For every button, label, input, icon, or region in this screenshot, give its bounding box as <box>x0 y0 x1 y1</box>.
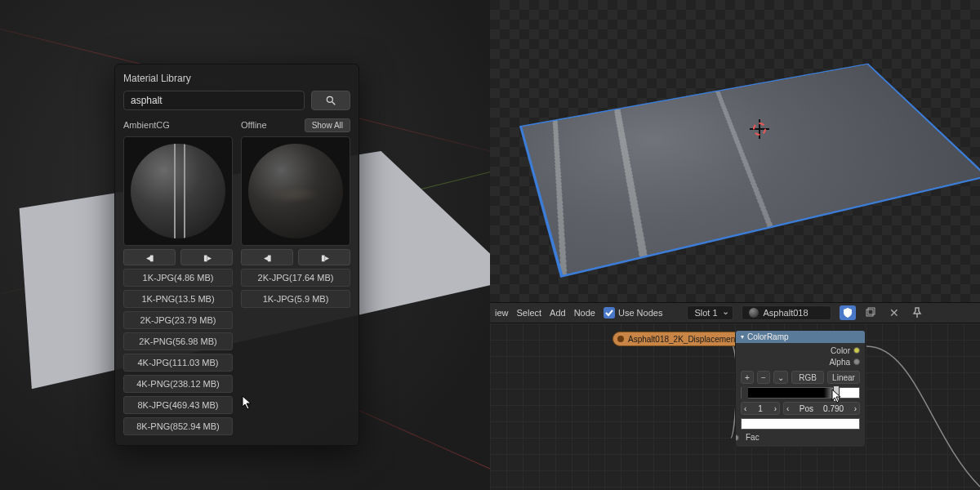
preview-prev-button[interactable]: ◂▮ <box>241 249 293 265</box>
material-name-text: Asphalt018 <box>764 308 808 318</box>
show-all-button[interactable]: Show All <box>305 118 350 132</box>
node-editor-area[interactable]: Asphalt018_2K_Displacement.jpg ColorRamp… <box>490 323 980 490</box>
svg-line-1 <box>332 102 336 105</box>
search-icon <box>325 95 336 106</box>
material-preview-sphere <box>131 144 225 238</box>
download-option[interactable]: 4K-PNG(238.12 MB) <box>123 375 233 393</box>
unlink-material-button[interactable]: ✕ <box>887 305 902 320</box>
svg-point-0 <box>327 96 332 102</box>
material-search-input[interactable] <box>123 91 305 110</box>
preview-prev-button[interactable]: ◂▮ <box>123 249 176 265</box>
download-option[interactable]: 2K-JPG(23.79 MB) <box>123 311 233 329</box>
library-column-name: Offline <box>241 120 267 130</box>
image-texture-node-label: Asphalt018_2K_Displacement.jpg <box>628 335 751 344</box>
pos-label: Pos <box>800 404 813 413</box>
library-column-ambientcg: AmbientCG ◂▮ ▮▸ 1K-JPG(4.86 MB) 1K-PNG(1… <box>123 117 233 435</box>
ramp-remove-stop-button[interactable]: − <box>757 371 770 384</box>
library-column-name: AmbientCG <box>123 120 170 130</box>
color-ramp-node[interactable]: ColorRamp Color Alpha + − ⌄ RGB Linear <box>735 330 866 448</box>
library-column-offline: Offline Show All ◂▮ ▮▸ 2K-JPG(17.64 MB) … <box>241 117 350 435</box>
color-ramp-title[interactable]: ColorRamp <box>736 331 865 343</box>
preview-next-button[interactable]: ▮▸ <box>298 249 350 265</box>
material-sphere-icon <box>749 308 759 318</box>
ramp-stop-color-swatch[interactable] <box>741 418 860 430</box>
material-library-panel: Material Library AmbientCG ◂▮ <box>114 64 359 446</box>
ramp-tools-dropdown[interactable]: ⌄ <box>773 371 788 384</box>
ramp-add-stop-button[interactable]: + <box>741 371 754 384</box>
shield-icon <box>844 308 852 318</box>
download-option[interactable]: 2K-JPG(17.64 MB) <box>241 269 350 287</box>
ramp-interpolation-dropdown[interactable]: Linear <box>827 371 860 384</box>
fake-user-shield-button[interactable] <box>840 305 856 320</box>
right-pane: iew Select Add Node Use Nodes Slot 1 Asp… <box>490 0 980 490</box>
output-alpha-socket[interactable]: Alpha <box>741 356 860 368</box>
input-fac-socket[interactable]: Fac <box>736 431 865 447</box>
output-color-label: Color <box>831 346 850 355</box>
download-list: 1K-JPG(4.86 MB) 1K-PNG(13.5 MB) 2K-JPG(2… <box>123 269 233 435</box>
download-option[interactable]: 4K-JPG(111.03 MB) <box>123 354 233 372</box>
ramp-color-mode-dropdown[interactable]: RGB <box>791 371 824 384</box>
material-slot-dropdown[interactable]: Slot 1 <box>687 305 733 320</box>
download-option[interactable]: 8K-PNG(852.94 MB) <box>123 417 233 435</box>
color-ramp-title-text: ColorRamp <box>747 332 789 341</box>
material-preview-thumb[interactable] <box>241 136 350 246</box>
download-option[interactable]: 2K-PNG(56.98 MB) <box>123 332 233 350</box>
menu-select[interactable]: Select <box>517 308 542 318</box>
pin-icon <box>912 307 922 318</box>
mouse-cursor-icon <box>242 395 253 410</box>
material-preview-sphere <box>248 144 343 238</box>
menu-view[interactable]: iew <box>495 308 509 318</box>
material-name-field[interactable]: Asphalt018 <box>742 305 831 320</box>
node-editor-header: iew Select Add Node Use Nodes Slot 1 Asp… <box>490 302 980 323</box>
checkbox-checked-icon <box>604 307 615 318</box>
left-viewport: Material Library AmbientCG ◂▮ <box>0 0 490 490</box>
menu-add[interactable]: Add <box>550 308 566 318</box>
3d-cursor-gizmo <box>750 119 769 139</box>
material-preview-thumb[interactable] <box>123 136 233 246</box>
download-option[interactable]: 1K-JPG(4.86 MB) <box>123 269 233 287</box>
material-search-button[interactable] <box>311 91 350 110</box>
download-list: 2K-JPG(17.64 MB) 1K-JPG(5.9 MB) <box>241 269 350 308</box>
svg-rect-2 <box>868 308 875 314</box>
use-nodes-label: Use Nodes <box>618 308 662 318</box>
duplicate-material-button[interactable] <box>864 305 879 320</box>
output-alpha-label: Alpha <box>829 358 850 367</box>
render-preview-viewport[interactable] <box>506 3 964 297</box>
output-color-socket[interactable]: Color <box>741 345 860 356</box>
material-library-title: Material Library <box>123 73 350 84</box>
ramp-stop-position-field[interactable]: Pos 0.790 <box>783 402 860 415</box>
preview-next-button[interactable]: ▮▸ <box>180 249 233 265</box>
ramp-stop-index-field[interactable]: 1 <box>741 402 780 415</box>
svg-rect-3 <box>866 310 873 316</box>
menu-node[interactable]: Node <box>574 308 595 318</box>
ramp-stop-handle[interactable] <box>742 385 748 402</box>
use-nodes-toggle[interactable]: Use Nodes <box>604 307 662 318</box>
copy-icon <box>866 307 877 318</box>
textured-plane-object[interactable] <box>519 63 980 278</box>
input-fac-label: Fac <box>746 433 760 442</box>
download-option[interactable]: 1K-PNG(13.5 MB) <box>123 290 233 308</box>
download-option[interactable]: 1K-JPG(5.9 MB) <box>241 290 350 308</box>
mouse-cursor-icon <box>831 389 843 403</box>
pin-button[interactable] <box>910 305 924 320</box>
pos-value: 0.790 <box>823 404 844 413</box>
download-option[interactable]: 8K-JPG(469.43 MB) <box>123 396 233 414</box>
